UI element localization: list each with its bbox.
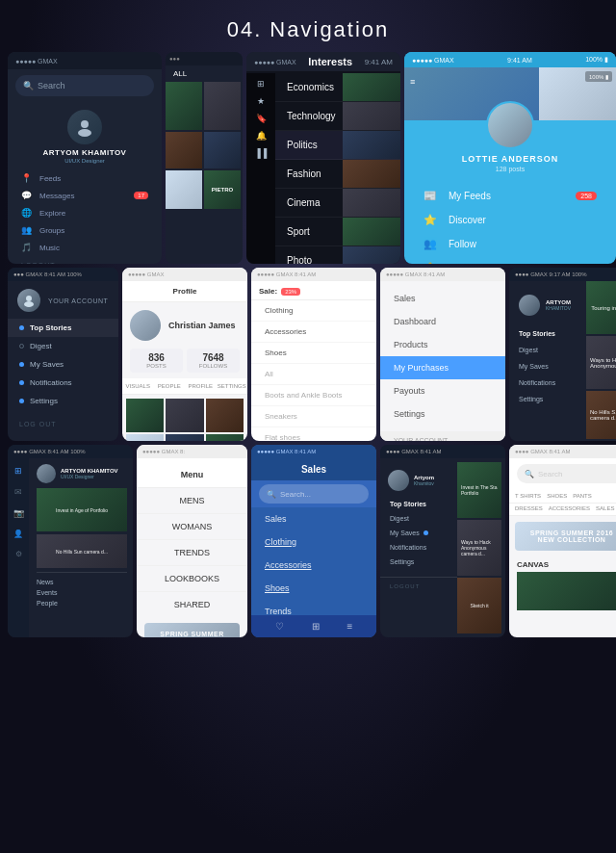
nav-feeds[interactable]: 📍Feeds	[8, 169, 162, 187]
search-bar[interactable]: 🔍 Search	[15, 75, 154, 96]
list-item: Ways to Hack Anonymous...	[586, 336, 616, 389]
menu-my-feeds[interactable]: 📰 My Feeds 258	[404, 184, 616, 208]
wishlist-icon[interactable]: ♡	[275, 621, 284, 632]
role-r2-5: KHAMITOV	[546, 305, 571, 311]
acc-settings[interactable]: Settings	[8, 392, 118, 410]
sales-item-sales[interactable]: Sales	[251, 507, 376, 530]
r3-1-people[interactable]: People	[37, 598, 127, 608]
interest-photo[interactable]: Photo	[275, 246, 400, 264]
menu-discover[interactable]: ⭐ Discover	[404, 208, 616, 232]
nav-music[interactable]: 🎵Music	[8, 239, 162, 256]
nav-groups[interactable]: 👥Groups	[8, 221, 162, 239]
r3-1-events[interactable]: Events	[37, 587, 127, 598]
nav-dashboard[interactable]: Dashboard	[380, 310, 505, 333]
photo-grid	[122, 395, 247, 441]
nav-explore[interactable]: 🌐Explore	[8, 204, 162, 221]
r3-1-news[interactable]: News	[37, 577, 127, 587]
nav-products[interactable]: Products	[380, 333, 505, 356]
mail-icon-r3-1: ✉	[14, 487, 22, 497]
tab-shoes[interactable]: SHOES	[547, 493, 567, 499]
tab-all[interactable]: ALL	[166, 65, 243, 82]
sales-item-shoes[interactable]: Shoes	[251, 577, 376, 600]
search-bar-r3-5[interactable]: 🔍 Search	[517, 464, 616, 483]
logout-r2-1[interactable]: LOG OUT	[8, 413, 118, 435]
logout-button[interactable]: LOGOUT	[8, 256, 162, 264]
home-icon-blue[interactable]: ⊞	[312, 621, 320, 632]
filter-boots[interactable]: Boots and Ankle Boots	[251, 385, 376, 406]
acc-my-saves[interactable]: My Saves	[8, 355, 118, 374]
r2-5-digest[interactable]: Digest	[509, 342, 586, 358]
filter-clothing[interactable]: Clothing	[251, 300, 376, 322]
menu-follow[interactable]: 👥 Follow	[404, 232, 616, 256]
r2-5-notifications[interactable]: Notifications	[509, 375, 586, 391]
interest-fashion[interactable]: Fashion	[275, 160, 400, 189]
avatar-r3-1	[37, 464, 56, 483]
tab-people[interactable]: PEOPLE	[154, 378, 186, 394]
bottom-bar-blue: ♡ ⊞ ≡	[251, 615, 376, 637]
nav-messages[interactable]: 💬Messages17	[8, 187, 162, 204]
list-item	[166, 399, 203, 432]
r3-4-digest[interactable]: Digest	[380, 511, 457, 526]
promo-r3-5: SPRING SUMMER 2016 NEW COLLECTION	[515, 522, 616, 551]
list-item	[204, 82, 241, 130]
messages-icon: 💬	[21, 191, 32, 200]
search-placeholder: Search	[38, 81, 65, 90]
account-nav-list: Top Stories Digest My Saves Notification…	[8, 316, 118, 413]
tab-visuals[interactable]: VISUALS	[122, 378, 154, 394]
nav-sales[interactable]: Sales	[380, 287, 505, 310]
acc-notifications[interactable]: Notifications	[8, 374, 118, 392]
menu-trends[interactable]: TRENDS	[137, 540, 247, 566]
nav-my-purchases-active[interactable]: My Purchases	[380, 356, 505, 379]
filter-all[interactable]: All	[251, 364, 376, 385]
acc-digest[interactable]: Digest	[8, 337, 118, 355]
feeds-badge: 258	[576, 192, 597, 200]
search-bar-blue[interactable]: 🔍 Search...	[259, 484, 369, 504]
r3-4-notifications[interactable]: Notifications	[380, 540, 457, 555]
menu-shared[interactable]: SHARED	[137, 592, 247, 617]
avatar-small	[17, 289, 40, 312]
interests-title: Interests	[296, 56, 365, 67]
r2-5-saves[interactable]: My Saves	[509, 358, 586, 375]
interest-politics[interactable]: Politics	[275, 131, 400, 160]
filter-sneakers[interactable]: Sneakers	[251, 406, 376, 427]
menu-icon: ≡	[410, 77, 415, 87]
interest-technology[interactable]: Technology	[275, 102, 400, 131]
tab-settings[interactable]: SETTINGS	[217, 378, 248, 394]
acc-top-stories[interactable]: Top Stories	[8, 319, 118, 337]
filter-shoes[interactable]: Shoes	[251, 343, 376, 364]
person-icon-r3-1: 👤	[13, 530, 23, 538]
r3-4-settings[interactable]: Settings	[380, 555, 457, 569]
nav-payouts[interactable]: Payouts	[380, 379, 505, 402]
sales-item-clothing[interactable]: Clothing	[251, 530, 376, 554]
list-item	[166, 170, 202, 209]
music-icon: 🎵	[21, 243, 32, 252]
filter-accessories[interactable]: Accessories	[251, 322, 376, 343]
r3-4-top-stories[interactable]: Top Stories	[380, 497, 457, 511]
tab-dresses[interactable]: DRESSES	[515, 505, 543, 511]
tab-accessories[interactable]: ACCESSORIES	[549, 505, 590, 511]
r2-5-settings[interactable]: Settings	[509, 391, 586, 407]
list-item	[166, 82, 202, 130]
logout-r3-4[interactable]: LOGOUT	[380, 577, 457, 595]
tab-profile[interactable]: PROFILE	[185, 378, 217, 394]
menu-mens[interactable]: MENS	[137, 488, 247, 514]
interest-cinema[interactable]: Cinema	[275, 189, 400, 218]
menu-notifications[interactable]: 🔔 Notifications	[404, 256, 616, 264]
menu-womans[interactable]: WOMANS	[137, 514, 247, 540]
settings-icon-r3-1: ⚙	[15, 550, 22, 558]
profile-section: ARTYOM KHAMITOV UI/UX Designer	[8, 102, 162, 169]
sales-item-accessories[interactable]: Accessories	[251, 554, 376, 577]
r2-5-top-stories[interactable]: Top Stories	[509, 325, 586, 342]
r3-4-saves[interactable]: My Saves	[380, 526, 457, 540]
svg-point-0	[81, 120, 89, 128]
tab-pants[interactable]: PANTS	[573, 493, 592, 499]
phone-dark-content: ●●●● GMAX 8:41 AM 100% ⊞ ✉ 📷 👤 ⚙ ARTYO	[8, 445, 133, 637]
tab-tshirts[interactable]: T SHIRTS	[515, 493, 541, 499]
filter-flat[interactable]: Flat shoes	[251, 427, 376, 441]
menu-icon-blue[interactable]: ≡	[347, 621, 353, 632]
nav-settings[interactable]: Settings	[380, 402, 505, 426]
menu-lookbooks[interactable]: LOOKBOOKS	[137, 566, 247, 592]
interest-sport[interactable]: Sport	[275, 218, 400, 246]
interest-economics[interactable]: Economics	[275, 73, 400, 102]
tab-sales[interactable]: SALES	[596, 505, 614, 511]
